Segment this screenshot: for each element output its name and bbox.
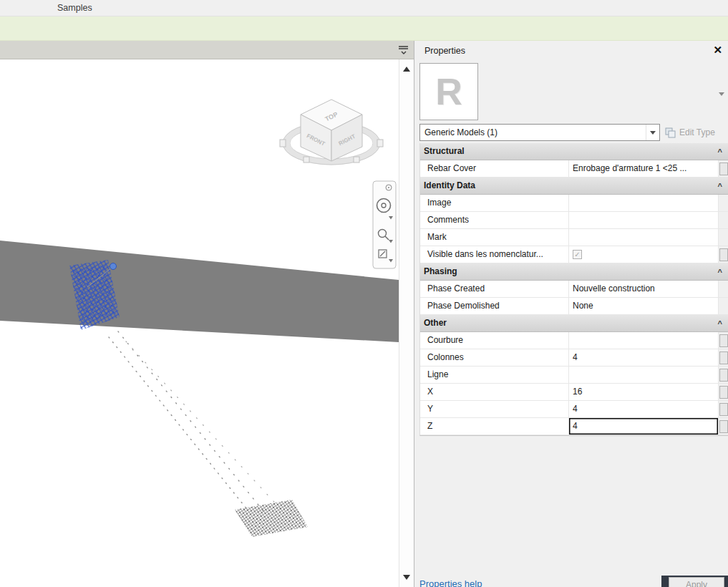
property-value[interactable] [569, 212, 719, 228]
concrete-slab[interactable] [0, 241, 399, 342]
edit-type-icon [665, 127, 676, 138]
associate-parameter-slot [719, 384, 728, 400]
property-name: Mark [420, 229, 569, 246]
table-row: X 16 [420, 384, 728, 401]
associate-parameter-button[interactable] [719, 351, 728, 364]
associate-parameter-button[interactable] [719, 162, 728, 175]
property-value-checkbox-cell: ✓ [569, 246, 719, 263]
property-grid: Structural ^ Rebar Cover Enrobage d'arma… [419, 143, 728, 436]
scroll-down-icon[interactable] [403, 575, 410, 580]
panel-title: Properties [424, 46, 465, 56]
properties-panel: Properties ✕ R Generic Models (1) Edit T… [414, 41, 728, 587]
property-name: Z [420, 418, 569, 435]
property-value[interactable]: 4 [569, 401, 719, 417]
associate-parameter-slot [719, 401, 728, 417]
associate-parameter-button[interactable] [719, 386, 728, 399]
panel-collapse-icon[interactable] [397, 44, 410, 56]
property-name: X [420, 384, 569, 400]
close-icon[interactable]: ✕ [713, 44, 722, 57]
collapse-chevron-icon[interactable]: ^ [718, 178, 722, 195]
chevron-down-icon [650, 131, 656, 135]
table-row: Z 4 [420, 418, 728, 435]
property-value[interactable]: None [569, 298, 719, 314]
associate-parameter-slot [719, 367, 728, 383]
associate-parameter-button[interactable] [719, 369, 728, 382]
type-selector-value: Generic Models (1) [424, 125, 498, 140]
edit-type-label: Edit Type [679, 127, 715, 137]
associate-parameter-slot [719, 281, 728, 297]
group-header-identity-data[interactable]: Identity Data ^ [420, 178, 728, 195]
associate-parameter-slot [719, 195, 728, 211]
file-tab-bar: Samples [0, 0, 728, 16]
collapse-chevron-icon[interactable]: ^ [718, 316, 722, 332]
properties-help-link[interactable]: Properties help [419, 578, 482, 587]
group-header-structural[interactable]: Structural ^ [420, 143, 728, 160]
associate-parameter-slot [719, 212, 728, 228]
associate-parameter-slot [719, 332, 728, 349]
property-name: Colonnes [420, 349, 569, 366]
revit-logo: R [435, 70, 462, 113]
edit-type-button[interactable]: Edit Type [665, 124, 727, 141]
property-value[interactable] [569, 332, 719, 349]
property-value[interactable] [569, 195, 719, 211]
property-name: Ligne [420, 367, 569, 383]
property-name: Image [420, 195, 569, 211]
property-value-editing[interactable]: 4 [569, 418, 719, 435]
type-selector[interactable]: Generic Models (1) [419, 124, 660, 141]
property-name: Courbure [420, 332, 569, 349]
3d-scene: TOP FRONT RIGHT [0, 59, 399, 587]
viewport-header [0, 41, 414, 59]
rebar-dots-trail [109, 331, 281, 515]
apply-button[interactable]: Apply [669, 577, 724, 587]
property-value[interactable] [569, 229, 719, 246]
associate-parameter-button[interactable] [719, 334, 728, 347]
group-header-other[interactable]: Other ^ [420, 315, 728, 332]
drawing-viewport[interactable]: TOP FRONT RIGHT [0, 41, 414, 587]
property-name: Visible dans les nomenclatur... [420, 246, 569, 263]
chevron-down-icon [719, 92, 724, 96]
type-preview-image: R [419, 63, 478, 120]
associate-parameter-button[interactable] [719, 420, 728, 433]
group-label: Phasing [424, 266, 457, 276]
group-label: Structural [424, 146, 465, 156]
table-row: Rebar Cover Enrobage d'armature 1 <25 ..… [420, 160, 728, 178]
property-name: Phase Created [420, 281, 569, 297]
property-value[interactable]: Nouvelle construction [569, 281, 719, 297]
preview-expander-icon[interactable] [719, 88, 724, 98]
collapse-chevron-icon[interactable]: ^ [718, 144, 722, 160]
associate-parameter-button[interactable] [719, 403, 728, 416]
rebar-mesh-ghost[interactable] [235, 500, 308, 537]
associate-parameter-slot [719, 246, 728, 263]
table-row: Visible dans les nomenclatur... ✓ [420, 246, 728, 263]
group-label: Other [424, 318, 447, 328]
associate-parameter-slot [719, 160, 728, 177]
navigation-bar[interactable] [373, 181, 396, 268]
associate-parameter-button[interactable] [719, 248, 728, 261]
viewcube[interactable]: TOP FRONT RIGHT [301, 100, 362, 161]
table-row: Image [420, 195, 728, 212]
group-header-phasing[interactable]: Phasing ^ [420, 263, 728, 281]
property-name: Comments [420, 212, 569, 228]
scroll-up-icon[interactable] [403, 67, 410, 72]
table-row: Phase Created Nouvelle construction [420, 281, 728, 298]
revit-window: Samples [0, 0, 728, 587]
table-row: Ligne [420, 367, 728, 384]
type-selector-dropdown[interactable] [646, 125, 659, 140]
tab-samples[interactable]: Samples [57, 3, 92, 13]
property-name: Rebar Cover [420, 160, 569, 177]
checkmark-icon: ✓ [574, 251, 580, 258]
table-row: Comments [420, 212, 728, 229]
collapse-chevron-icon[interactable]: ^ [718, 264, 722, 281]
property-value[interactable]: 4 [569, 349, 719, 366]
associate-parameter-slot [719, 229, 728, 246]
table-row: Phase Demolished None [420, 298, 728, 315]
property-value[interactable] [569, 367, 719, 383]
associate-parameter-slot [719, 418, 728, 435]
drag-control-point[interactable] [110, 263, 117, 270]
table-row: Y 4 [420, 401, 728, 418]
property-value[interactable]: 16 [569, 384, 719, 400]
property-value[interactable]: Enrobage d'armature 1 <25 ... [569, 160, 719, 177]
viewport-scrollbar[interactable] [399, 59, 414, 587]
3d-canvas[interactable]: TOP FRONT RIGHT [0, 59, 399, 587]
property-name: Y [420, 401, 569, 417]
